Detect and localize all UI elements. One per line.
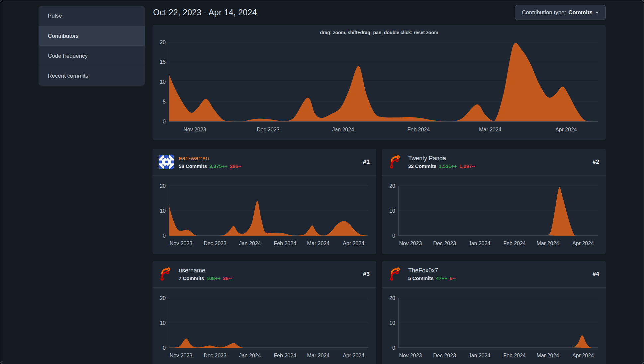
svg-text:Feb 2024: Feb 2024: [503, 241, 526, 246]
forgejo-logo-icon: [159, 267, 174, 281]
svg-text:0: 0: [163, 345, 166, 351]
additions-count: 108++: [207, 275, 221, 281]
deletions-count: 1,297--: [459, 163, 475, 169]
contributors-page: PulseContributorsCode frequencyRecent co…: [0, 0, 644, 364]
contributor-commits-chart[interactable]: 01020Nov 2023Dec 2023Jan 2024Feb 2024Mar…: [152, 288, 376, 364]
deletions-count: 36--: [223, 275, 232, 281]
sidebar-item-recent-commits[interactable]: Recent commits: [39, 66, 145, 86]
svg-text:Jan 2024: Jan 2024: [469, 353, 491, 358]
svg-text:10: 10: [160, 79, 166, 85]
svg-text:Jan 2024: Jan 2024: [469, 241, 491, 246]
contributor-avatar[interactable]: [159, 267, 174, 281]
svg-text:10: 10: [160, 320, 166, 326]
contributor-card-header: TheFox0x7 5 Commits47++6-- #4: [382, 261, 606, 288]
overall-contributions-panel: drag: zoom, shift+drag: pan, double clic…: [152, 25, 606, 140]
svg-text:Dec 2023: Dec 2023: [204, 241, 227, 246]
sidebar-item-pulse[interactable]: Pulse: [39, 6, 145, 26]
commit-count: 32 Commits: [408, 163, 436, 169]
contributor-stats: 58 Commits3,375++286--: [179, 163, 241, 169]
date-range-title: Oct 22, 2023 - Apr 14, 2024: [153, 8, 257, 17]
svg-text:10: 10: [389, 208, 395, 214]
svg-text:20: 20: [160, 183, 166, 189]
contributor-stats: 5 Commits47++6--: [408, 275, 456, 281]
contributor-avatar[interactable]: [159, 155, 174, 169]
svg-text:Nov 2023: Nov 2023: [399, 353, 422, 358]
deletions-count: 286--: [230, 163, 241, 169]
contributor-card-3: username 7 Commits108++36-- #3 01020Nov …: [152, 261, 376, 364]
contributor-name-link[interactable]: TheFox0x7: [408, 267, 456, 274]
svg-text:0: 0: [163, 233, 166, 239]
rank-badge: #2: [593, 159, 599, 166]
svg-text:Feb 2024: Feb 2024: [503, 353, 526, 358]
rank-badge: #3: [363, 271, 370, 278]
svg-text:Mar 2024: Mar 2024: [537, 241, 559, 246]
contributor-stats: 32 Commits1,531++1,297--: [408, 163, 475, 169]
svg-text:20: 20: [389, 183, 395, 189]
svg-text:Feb 2024: Feb 2024: [274, 241, 296, 246]
contributor-avatar[interactable]: [389, 267, 403, 281]
svg-text:Dec 2023: Dec 2023: [433, 353, 456, 358]
svg-text:Mar 2024: Mar 2024: [307, 241, 330, 246]
contributor-name-link[interactable]: username: [179, 267, 232, 274]
svg-text:Nov 2023: Nov 2023: [170, 353, 193, 358]
contribution-type-dropdown[interactable]: Contribution type: Commits: [515, 5, 606, 20]
svg-text:Apr 2024: Apr 2024: [572, 241, 594, 246]
card3-area-chart-svg: 01020Nov 2023Dec 2023Jan 2024Feb 2024Mar…: [382, 288, 606, 364]
sidebar-item-contributors[interactable]: Contributors: [39, 26, 145, 46]
svg-text:Apr 2024: Apr 2024: [343, 241, 364, 246]
contributor-commits-chart[interactable]: 01020Nov 2023Dec 2023Jan 2024Feb 2024Mar…: [152, 176, 376, 254]
additions-count: 1,531++: [439, 163, 457, 169]
svg-text:0: 0: [392, 345, 395, 351]
svg-text:Jan 2024: Jan 2024: [332, 127, 354, 132]
svg-text:Feb 2024: Feb 2024: [408, 127, 430, 132]
svg-text:15: 15: [160, 59, 166, 65]
sidebar-item-code-frequency[interactable]: Code frequency: [39, 46, 145, 66]
contributor-card-header: Twenty Panda 32 Commits1,531++1,297-- #2: [382, 149, 606, 176]
svg-text:10: 10: [389, 320, 395, 326]
card0-area-chart-svg: 01020Nov 2023Dec 2023Jan 2024Feb 2024Mar…: [152, 176, 376, 254]
svg-text:Apr 2024: Apr 2024: [572, 353, 594, 358]
svg-text:0: 0: [392, 233, 395, 239]
contributor-card-header: username 7 Commits108++36-- #3: [152, 261, 376, 288]
svg-text:Nov 2023: Nov 2023: [399, 241, 422, 246]
svg-text:20: 20: [160, 39, 166, 45]
commit-count: 5 Commits: [408, 275, 434, 281]
rank-badge: #4: [593, 271, 599, 278]
svg-text:0: 0: [163, 119, 166, 124]
repo-activity-sidebar: PulseContributorsCode frequencyRecent co…: [39, 6, 145, 86]
svg-text:Mar 2024: Mar 2024: [307, 353, 330, 358]
contributor-name-link[interactable]: earl-warren: [179, 155, 241, 162]
card2-area-chart-svg: 01020Nov 2023Dec 2023Jan 2024Feb 2024Mar…: [152, 288, 376, 364]
svg-text:10: 10: [160, 208, 166, 214]
svg-text:Dec 2023: Dec 2023: [257, 127, 280, 132]
contributor-meta: earl-warren 58 Commits3,375++286--: [179, 155, 241, 169]
overall-commits-chart[interactable]: 05101520Nov 2023Dec 2023Jan 2024Feb 2024…: [152, 25, 606, 140]
additions-count: 3,375++: [209, 163, 228, 169]
contributor-meta: Twenty Panda 32 Commits1,531++1,297--: [408, 155, 475, 169]
contribution-type-value: Commits: [568, 9, 593, 16]
svg-text:Dec 2023: Dec 2023: [433, 241, 456, 246]
svg-text:Jan 2024: Jan 2024: [239, 241, 261, 246]
contributor-card-header: earl-warren 58 Commits3,375++286-- #1: [152, 149, 376, 176]
contributor-avatar[interactable]: [389, 155, 403, 169]
main-area-chart-svg: 05101520Nov 2023Dec 2023Jan 2024Feb 2024…: [152, 25, 606, 140]
card1-area-chart-svg: 01020Nov 2023Dec 2023Jan 2024Feb 2024Mar…: [382, 176, 606, 254]
commit-count: 58 Commits: [179, 163, 207, 169]
contributor-card-2: Twenty Panda 32 Commits1,531++1,297-- #2…: [382, 149, 606, 254]
contributor-card-4: TheFox0x7 5 Commits47++6-- #4 01020Nov 2…: [382, 261, 606, 364]
additions-count: 47++: [436, 275, 447, 281]
deletions-count: 6--: [450, 275, 456, 281]
identicon-avatar-icon: [159, 155, 174, 169]
svg-text:Jan 2024: Jan 2024: [239, 353, 261, 358]
svg-text:5: 5: [163, 99, 166, 105]
svg-text:20: 20: [160, 295, 166, 301]
contributor-name-link[interactable]: Twenty Panda: [408, 155, 475, 162]
svg-text:Mar 2024: Mar 2024: [479, 127, 502, 132]
svg-text:Mar 2024: Mar 2024: [537, 353, 559, 358]
contributor-commits-chart[interactable]: 01020Nov 2023Dec 2023Jan 2024Feb 2024Mar…: [382, 288, 606, 364]
forgejo-logo-icon: [389, 155, 403, 169]
rank-badge: #1: [363, 159, 370, 166]
contributor-commits-chart[interactable]: 01020Nov 2023Dec 2023Jan 2024Feb 2024Mar…: [382, 176, 606, 254]
forgejo-logo-icon: [389, 267, 403, 281]
svg-text:20: 20: [389, 295, 395, 301]
